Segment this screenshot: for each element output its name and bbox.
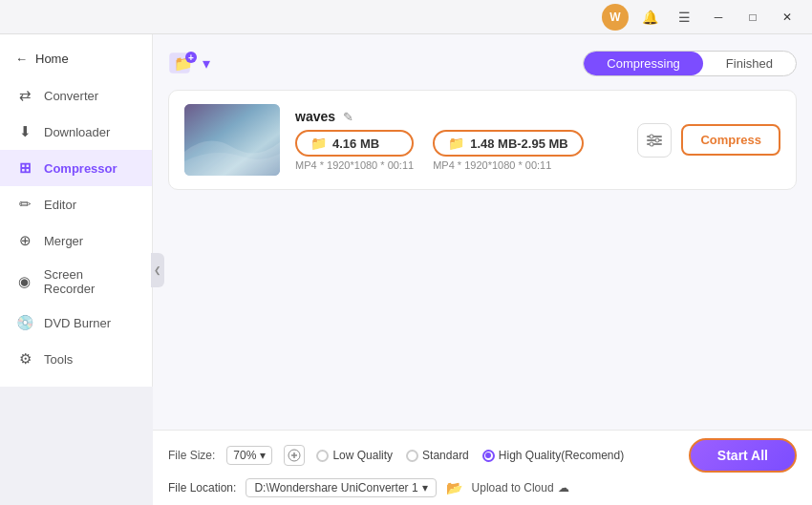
radio-circle-low [316, 450, 329, 462]
minimize-button[interactable]: ─ [705, 4, 732, 31]
quality-radio-group: Low Quality Standard High Quality(Recome… [316, 449, 624, 462]
tab-compressing[interactable]: Compressing [584, 52, 703, 75]
low-quality-label: Low Quality [332, 449, 393, 462]
svg-point-8 [650, 135, 653, 138]
standard-label: Standard [422, 449, 469, 462]
sidebar-item-label-editor: Editor [44, 198, 76, 212]
upload-cloud-button[interactable]: Upload to Cloud ☁ [472, 481, 569, 494]
location-dropdown-icon: ▾ [422, 481, 428, 494]
user-avatar: W [602, 4, 629, 31]
file-size-select[interactable]: 70% ▾ [226, 446, 272, 465]
compressed-size-value: 1.48 MB-2.95 MB [470, 137, 568, 151]
upload-cloud-label: Upload to Cloud [472, 481, 554, 494]
compressed-meta: MP4 * 1920*1080 * 00:11 [433, 159, 584, 171]
compress-btn-area: Compress [637, 123, 780, 158]
sidebar-item-label-tools: Tools [44, 352, 73, 367]
sidebar-item-screen-recorder[interactable]: ◉ Screen Recorder [0, 259, 152, 305]
sidebar-item-label-downloader: Downloader [44, 125, 110, 139]
sidebar-item-label-dvd-burner: DVD Burner [44, 316, 111, 330]
content-spacer [168, 190, 797, 414]
file-size-label: File Size: [168, 449, 215, 462]
dropdown-arrow-icon: ▾ [260, 449, 266, 462]
sidebar-item-label-merger: Merger [44, 234, 83, 248]
bottom-bar: File Size: 70% ▾ Low Quality [153, 430, 812, 505]
sidebar-item-downloader[interactable]: ⬇ Downloader [0, 114, 152, 150]
location-path-value: D:\Wondershare UniConverter 1 [254, 481, 417, 494]
radio-high-quality[interactable]: High Quality(Recomend) [482, 449, 624, 462]
settings-icon-button[interactable] [637, 123, 672, 158]
location-row: File Location: D:\Wondershare UniConvert… [168, 478, 797, 497]
close-button[interactable]: ✕ [774, 4, 801, 31]
sidebar: ← Home ⇄ Converter ⬇ Downloader ⊞ Compre… [0, 34, 153, 505]
compressor-icon: ⊞ [15, 158, 34, 178]
high-quality-label: High Quality(Recomend) [499, 449, 624, 462]
sidebar-item-label-screen-recorder: Screen Recorder [44, 267, 137, 296]
titlebar: W 🔔 ☰ ─ □ ✕ [0, 0, 812, 34]
content-header: 📁 + ▾ Compressing Finished [168, 50, 797, 76]
downloader-icon: ⬇ [15, 122, 34, 141]
sidebar-item-editor[interactable]: ✏ Editor [0, 186, 152, 222]
original-meta-text: MP4 * 1920*1080 * 00:11 [295, 159, 414, 171]
content-area: 📁 + ▾ Compressing Finished [153, 34, 812, 430]
main-layout: ← Home ⇄ Converter ⬇ Downloader ⊞ Compre… [0, 34, 812, 505]
compressed-meta-text: MP4 * 1920*1080 * 00:11 [433, 159, 551, 171]
folder-icon: 📁 [310, 136, 327, 151]
quality-adjust-button[interactable] [284, 445, 305, 466]
sidebar-item-tools[interactable]: ⚙ Tools [0, 341, 152, 377]
edit-filename-icon[interactable]: ✎ [343, 110, 353, 124]
notification-button[interactable]: 🔔 [636, 4, 663, 31]
merger-icon: ⊕ [15, 231, 34, 250]
converter-icon: ⇄ [15, 86, 34, 105]
original-meta: MP4 * 1920*1080 * 00:11 [295, 159, 414, 171]
sidebar-collapse-handle[interactable]: ❮ [151, 253, 164, 287]
file-name: waves [295, 109, 335, 124]
tools-icon: ⚙ [15, 349, 34, 368]
file-info: waves ✎ 📁 4.16 MB MP4 * 1920*1080 * 00:1… [295, 109, 622, 171]
dvd-burner-icon: 💿 [15, 313, 34, 332]
file-card: waves ✎ 📁 4.16 MB MP4 * 1920*1080 * 00:1… [168, 90, 797, 190]
svg-point-9 [655, 138, 659, 142]
sidebar-home[interactable]: ← Home [0, 44, 152, 77]
tab-group: Compressing Finished [583, 51, 797, 76]
compress-button[interactable]: Compress [681, 124, 780, 156]
original-size-value: 4.16 MB [332, 137, 379, 151]
radio-circle-high [482, 450, 495, 462]
tab-finished[interactable]: Finished [703, 52, 796, 75]
file-location-label: File Location: [168, 481, 236, 494]
compressed-folder-icon: 📁 [448, 136, 464, 151]
sidebar-item-converter[interactable]: ⇄ Converter [0, 77, 152, 114]
add-file-button[interactable]: 📁 + ▾ [168, 50, 210, 76]
file-thumbnail [184, 104, 280, 176]
screen-recorder-icon: ◉ [15, 272, 34, 291]
maximize-button[interactable]: □ [739, 4, 766, 31]
sidebar-item-dvd-burner[interactable]: 💿 DVD Burner [0, 305, 152, 341]
file-name-row: waves ✎ [295, 109, 622, 124]
compressed-size-box: 📁 1.48 MB-2.95 MB [433, 130, 584, 157]
menu-button[interactable]: ☰ [671, 4, 697, 31]
sidebar-item-compressor[interactable]: ⊞ Compressor [0, 150, 152, 186]
home-label: Home [35, 52, 69, 66]
radio-circle-standard [406, 450, 418, 462]
size-row: 📁 4.16 MB MP4 * 1920*1080 * 00:11 📁 [295, 130, 622, 171]
sidebar-item-label-converter: Converter [44, 89, 98, 103]
browse-folder-button[interactable]: 📂 [446, 480, 462, 495]
radio-standard[interactable]: Standard [406, 449, 469, 462]
back-arrow-icon: ← [15, 52, 28, 66]
location-path[interactable]: D:\Wondershare UniConverter 1 ▾ [246, 478, 436, 497]
radio-inner-high [485, 452, 491, 458]
start-all-button[interactable]: Start All [689, 438, 797, 473]
original-size-box: 📁 4.16 MB [295, 130, 414, 157]
bottom-row-quality: File Size: 70% ▾ Low Quality [168, 438, 797, 473]
svg-point-10 [650, 142, 653, 146]
sidebar-panel: ← Home ⇄ Converter ⬇ Downloader ⊞ Compre… [0, 34, 153, 387]
editor-icon: ✏ [15, 195, 34, 214]
radio-low-quality[interactable]: Low Quality [316, 449, 393, 462]
svg-text:+: + [188, 53, 194, 63]
cloud-icon: ☁ [558, 481, 569, 494]
file-size-value: 70% [233, 449, 256, 462]
sidebar-item-merger[interactable]: ⊕ Merger [0, 222, 152, 259]
sidebar-item-label-compressor: Compressor [44, 161, 118, 176]
